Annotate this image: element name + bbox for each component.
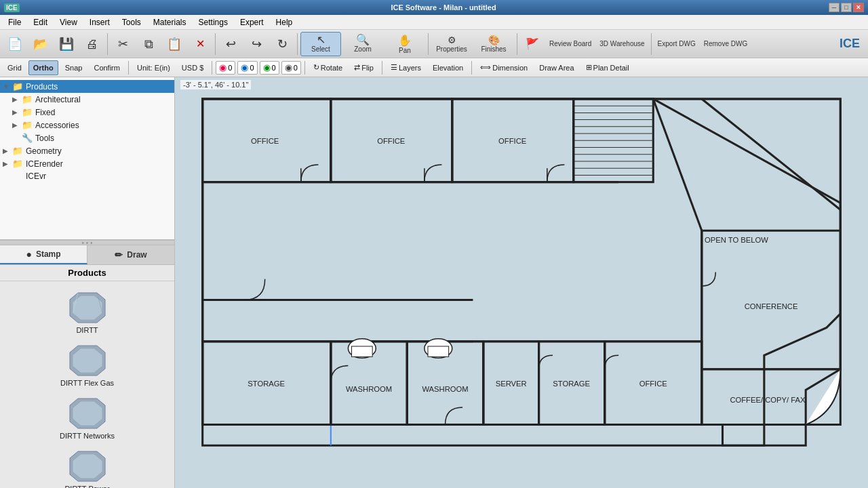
- menu-item-help[interactable]: Help: [271, 16, 298, 28]
- open-button[interactable]: 📂: [28, 32, 53, 56]
- tree-item-accessories[interactable]: ▶ 📁 Accessories: [0, 119, 174, 131]
- product-dirtt-flex-gas[interactable]: DIRTT Flex Gas: [3, 340, 172, 391]
- main-toolbar: 📄 📂 💾 🖨 ✂ ⧉ 📋 ✕ ↩ ↪ ↻ ↖ Select 🔍 Zoom ✋ …: [0, 30, 868, 58]
- dimension-button[interactable]: ⟺ Dimension: [475, 60, 532, 75]
- menu-item-file[interactable]: File: [3, 16, 26, 28]
- counter-green: ◉ 0: [260, 61, 279, 75]
- panel-divider[interactable]: • • •: [0, 240, 174, 245]
- tree-item-tools[interactable]: 🔧 Tools: [0, 131, 174, 144]
- menu-item-expert[interactable]: Expert: [235, 16, 269, 28]
- folder-icon-fixed: 📁: [22, 107, 33, 117]
- svg-text:OFFICE: OFFICE: [639, 380, 668, 388]
- svg-marker-5: [73, 348, 102, 373]
- expander-products: ▼: [3, 83, 12, 90]
- properties-button[interactable]: ⚙ Properties: [431, 32, 472, 56]
- currency-button[interactable]: USD $: [177, 60, 208, 75]
- toolbar-separator-1: [107, 33, 108, 55]
- tb2-sep-1: [128, 61, 129, 75]
- tree-panel: ▼ 📁 Products ▶ 📁 Architectural ▶ 📁 Fixed: [0, 77, 174, 240]
- expander-fixed: ▶: [12, 108, 22, 116]
- 3d-warehouse-button[interactable]: 3D Warehouse: [596, 32, 648, 56]
- expander-icerender: ▶: [3, 160, 12, 167]
- tree-item-icevr[interactable]: ICEvr: [0, 170, 174, 182]
- minimize-button[interactable]: ─: [829, 3, 840, 12]
- draw-tab[interactable]: ✏ Draw: [87, 245, 174, 264]
- menu-item-tools[interactable]: Tools: [117, 16, 146, 28]
- review-board-button[interactable]: Stamp Review Board: [546, 32, 595, 56]
- folder-icon-architectural: 📁: [22, 94, 33, 104]
- pan-button[interactable]: ✋ Pan: [384, 32, 425, 56]
- ortho-button[interactable]: Ortho: [28, 60, 58, 75]
- expander-geometry: ▶: [3, 147, 12, 155]
- svg-rect-50: [352, 346, 373, 357]
- product-power-label: DIRTT Power: [64, 485, 109, 488]
- tree-item-icerender[interactable]: ▶ 📁 ICErender: [0, 157, 174, 170]
- titlebar-icon: ICE: [4, 3, 58, 12]
- menu-item-view[interactable]: View: [54, 16, 83, 28]
- paste-button[interactable]: 📋: [162, 32, 186, 56]
- counter-dark: ◉ 0: [281, 61, 301, 75]
- product-dirtt-networks[interactable]: DIRTT Networks: [3, 392, 172, 444]
- undo-button[interactable]: ↩: [218, 32, 243, 56]
- menu-item-settings[interactable]: Settings: [193, 16, 233, 28]
- refresh-button[interactable]: ↻: [270, 32, 294, 56]
- copy-button[interactable]: ⧉: [136, 32, 161, 56]
- grid-button[interactable]: Grid: [3, 60, 26, 75]
- svg-marker-7: [73, 401, 102, 426]
- product-flex-gas-icon: [67, 344, 108, 378]
- flip-button[interactable]: ⇄ Flip: [349, 60, 378, 75]
- folder-icon-accessories: 📁: [22, 120, 33, 130]
- stamp-tab[interactable]: ● Stamp: [0, 245, 87, 264]
- plan-detail-button[interactable]: ⊞ Plan Detail: [581, 60, 634, 75]
- tree-label-products: Products: [26, 82, 58, 92]
- canvas-area[interactable]: -3' - 5.1", 46' - 10.1" .wall { stroke: …: [175, 77, 868, 488]
- save-button[interactable]: 💾: [54, 32, 79, 56]
- tree-item-products[interactable]: ▼ 📁 Products: [0, 80, 174, 93]
- tree-item-geometry[interactable]: ▶ 📁 Geometry: [0, 144, 174, 157]
- cut-button[interactable]: ✂: [111, 32, 135, 56]
- titlebar-title: ICE Software - Milan - untitled: [58, 3, 829, 12]
- draw-area-button[interactable]: Draw Area: [534, 60, 578, 75]
- maximize-button[interactable]: □: [841, 3, 852, 12]
- export-dwg-button[interactable]: Export DWG: [654, 32, 699, 56]
- counter-dark-value: 0: [294, 64, 298, 72]
- select-button[interactable]: ↖ Select: [300, 32, 341, 56]
- svg-line-64: [653, 99, 702, 230]
- print-button[interactable]: 🖨: [80, 32, 104, 56]
- svg-marker-1: [73, 296, 102, 320]
- finishes-button[interactable]: 🎨 Finishes: [473, 32, 514, 56]
- remove-dwg-button[interactable]: Remove DWG: [701, 32, 751, 56]
- svg-text:OFFICE: OFFICE: [251, 137, 279, 145]
- delete-button[interactable]: ✕: [188, 32, 212, 56]
- product-dirtt[interactable]: DIRTT: [3, 287, 172, 338]
- new-button[interactable]: 📄: [3, 32, 27, 56]
- tree-item-fixed[interactable]: ▶ 📁 Fixed: [0, 106, 174, 119]
- menu-item-edit[interactable]: Edit: [28, 16, 53, 28]
- counter-red-icon: ◉: [219, 62, 226, 73]
- zoom-button[interactable]: 🔍 Zoom: [342, 32, 383, 56]
- titlebar-controls: ─ □ ✕: [829, 3, 864, 12]
- rotate-button[interactable]: ↻ Rotate: [309, 60, 347, 75]
- tb2-sep-3: [304, 61, 305, 75]
- toolbar-separator-6: [651, 33, 652, 55]
- folder-icon-products: 📁: [12, 81, 23, 92]
- svg-text:STORAGE: STORAGE: [553, 380, 590, 388]
- svg-text:OFFICE: OFFICE: [498, 137, 527, 145]
- expander-architectural: ▶: [12, 96, 22, 103]
- close-button[interactable]: ✕: [853, 3, 864, 12]
- menu-item-materials[interactable]: Materials: [148, 16, 192, 28]
- redo-button[interactable]: ↪: [244, 32, 269, 56]
- menu-item-insert[interactable]: Insert: [84, 16, 115, 28]
- layers-button[interactable]: ☰ Layers: [386, 60, 426, 75]
- toolbar-separator-3: [297, 33, 298, 55]
- tree-item-architectural[interactable]: ▶ 📁 Architectural: [0, 93, 174, 106]
- tb2-sep-5: [471, 61, 472, 75]
- unit-button[interactable]: Unit: E(in): [132, 60, 175, 75]
- counter-green-icon: ◉: [263, 62, 271, 73]
- tree-label-geometry: Geometry: [26, 146, 62, 156]
- product-dirtt-power[interactable]: DIRTT Power: [3, 445, 172, 488]
- confirm-button[interactable]: Confirm: [89, 60, 125, 75]
- elevation-button[interactable]: Elevation: [428, 60, 468, 75]
- tb2-sep-4: [382, 61, 382, 75]
- snap-button[interactable]: Snap: [60, 60, 87, 75]
